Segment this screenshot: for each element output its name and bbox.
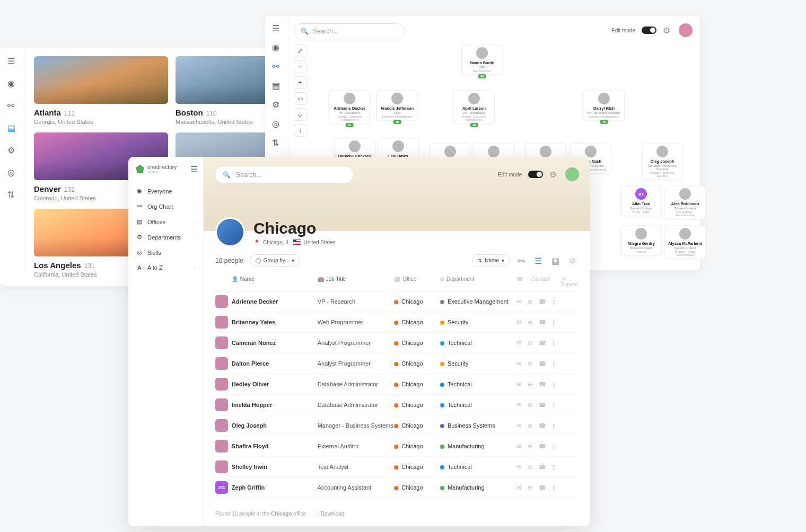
teams-icon[interactable]: ⊕ [528,402,532,409]
mobile-icon[interactable]: ▯ [553,381,556,388]
phone-icon[interactable]: ☎ [539,340,546,347]
teams-icon[interactable]: ⊕ [528,381,532,388]
phone-icon[interactable]: ☎ [539,484,546,491]
table-row[interactable]: Hedley OliverDatabase AdministratorChica… [215,374,578,395]
orgchart-view-icon[interactable]: ⚯ [518,256,527,265]
grid-view-icon[interactable]: ▦ [551,256,561,265]
phone-icon[interactable]: ☎ [539,402,546,409]
download-icon[interactable]: ↓ [294,124,306,137]
settings-icon[interactable]: ⚙ [663,25,672,35]
mobile-icon[interactable]: ▯ [553,464,556,471]
org-node[interactable]: Francis JeffersonCFOExecutive Management… [376,90,418,121]
mobile-icon[interactable]: ▯ [553,360,556,367]
zoom-in-icon[interactable]: + [294,76,306,89]
teams-icon[interactable]: ⊕ [528,464,532,471]
email-icon[interactable]: ✉ [516,298,521,305]
user-avatar[interactable] [565,167,579,181]
target-icon[interactable]: ◎ [7,167,18,178]
teams-icon[interactable]: ⊕ [528,298,532,305]
table-row[interactable]: Cameran NunezAnalyst ProgrammerChicagoTe… [215,333,578,353]
orgchart-icon[interactable]: ⚯ [7,101,18,111]
phone-icon[interactable]: ☎ [539,319,546,326]
mobile-icon[interactable]: ▯ [553,443,556,450]
sort-dropdown[interactable]: ⇅Name▾ [472,254,510,267]
table-row[interactable]: Oleg JosephManager - Business SystemsChi… [215,415,578,436]
menu-icon[interactable]: ☰ [7,56,18,67]
globe-icon[interactable]: ◉ [272,42,282,52]
table-row[interactable]: ZGZeph GriffinAccounting AssistantChicag… [215,477,578,498]
org-node[interactable]: Darryl RichVP - Business SystemsExecutiv… [583,90,625,121]
org-node[interactable]: April LarsonVP - TechnologyAtlanta · Exe… [453,90,495,124]
menu-icon[interactable]: ☰ [190,164,198,174]
table-row[interactable]: Imelda HopperDatabase AdministratorChica… [215,395,578,415]
user-avatar[interactable] [679,23,693,37]
teams-icon[interactable]: ⊕ [528,360,532,367]
email-icon[interactable]: ✉ [516,360,521,367]
phone-icon[interactable]: ☎ [539,422,546,429]
teams-icon[interactable]: ⊕ [528,443,532,450]
nav-item[interactable]: ⚙Departments› [128,229,203,245]
th-job[interactable]: Job Title [326,276,346,282]
org-node[interactable]: Oleg JosephManager - Business SystemsChi… [642,143,683,180]
expand-toggle[interactable]: ↦ Expand [562,276,578,287]
org-node[interactable]: Allegra GentrySystem AnalystPhoenix [620,225,662,256]
email-icon[interactable]: ✉ [516,402,521,409]
teams-icon[interactable]: ⊕ [528,484,532,491]
email-icon[interactable]: ✉ [516,484,521,491]
org-node[interactable]: Alyssa McFarlandSystem AnalystPhoenix · … [664,225,706,259]
teams-icon[interactable]: ⊕ [528,340,532,347]
org-node[interactable]: ATAiko TranSystem AnalystVirtual · Sales [620,185,662,216]
mobile-icon[interactable]: ▯ [553,298,556,305]
departments-icon[interactable]: ⚙ [272,100,282,109]
org-node[interactable]: Hanna BoothCEOSan Francisco39 [461,45,503,75]
phone-icon[interactable]: ☎ [539,381,546,388]
phone-icon[interactable]: ☎ [539,298,546,305]
th-dept[interactable]: Department [446,276,474,282]
email-icon[interactable]: ✉ [516,422,521,429]
offices-icon[interactable]: ▤ [272,81,282,90]
sort-icon[interactable]: ⇅ [7,190,18,200]
mobile-icon[interactable]: ▯ [553,402,556,409]
table-row[interactable]: Shafira FloydExternal AuditorChicagoManu… [215,436,578,457]
departments-icon[interactable]: ⚙ [7,145,18,156]
email-icon[interactable]: ✉ [516,381,521,388]
teams-icon[interactable]: ⊕ [528,422,532,429]
search-input[interactable]: 🔍 Search... [215,166,353,183]
nav-item[interactable]: AA to Z› [128,260,203,275]
target-icon[interactable]: ◎ [272,119,282,128]
download-link[interactable]: ↓ Download [317,511,344,517]
globe-icon[interactable]: ◉ [7,78,18,89]
nav-item[interactable]: ◎Skills [128,245,203,260]
offices-icon[interactable]: ▤ [7,123,18,134]
layout-icon[interactable]: ⫝ [294,108,306,121]
th-name[interactable]: Name [240,276,255,282]
mobile-icon[interactable]: ▯ [553,319,556,326]
orgchart-icon[interactable]: ⚯ [272,61,282,71]
nav-item[interactable]: ▤Offices› [128,214,203,229]
th-office[interactable]: Office [402,276,416,282]
settings-icon[interactable]: ⚙ [549,170,559,179]
office-card[interactable]: Atlanta111Georgia, United States [34,56,168,125]
phone-icon[interactable]: ☎ [539,464,546,471]
zoom-out-icon[interactable]: − [294,60,306,73]
org-node[interactable]: Alea RobinsonSystem AnalystLos Angeles ·… [664,185,706,219]
org-node[interactable]: Adrienne DeckerVP - ResearchChicago · Ex… [329,90,370,124]
nav-item[interactable]: ◉Everyone [128,183,203,199]
email-icon[interactable]: ✉ [516,340,521,347]
fit-icon[interactable]: ▭ [294,92,306,105]
menu-icon[interactable]: ☰ [272,23,282,33]
phone-icon[interactable]: ☎ [539,360,546,367]
search-input[interactable]: 🔍 Search... [294,23,405,39]
phone-icon[interactable]: ☎ [539,443,546,450]
mobile-icon[interactable]: ▯ [553,484,556,491]
table-row[interactable]: Britanney YatesWeb ProgrammerChicagoSecu… [215,312,578,333]
nav-item[interactable]: ⚯Org Chart [128,199,203,214]
email-icon[interactable]: ✉ [516,319,521,326]
table-row[interactable]: Shelley IrwinTest AnalystChicagoTechnica… [215,457,578,477]
mobile-icon[interactable]: ▯ [553,422,556,429]
group-by-dropdown[interactable]: Group by...▾ [250,254,301,267]
mobile-icon[interactable]: ▯ [553,340,556,347]
edit-mode-toggle[interactable] [528,171,543,178]
email-icon[interactable]: ✉ [516,443,521,450]
table-row[interactable]: Adrienne DeckerVP - ResearchChicagoExecu… [215,291,578,312]
